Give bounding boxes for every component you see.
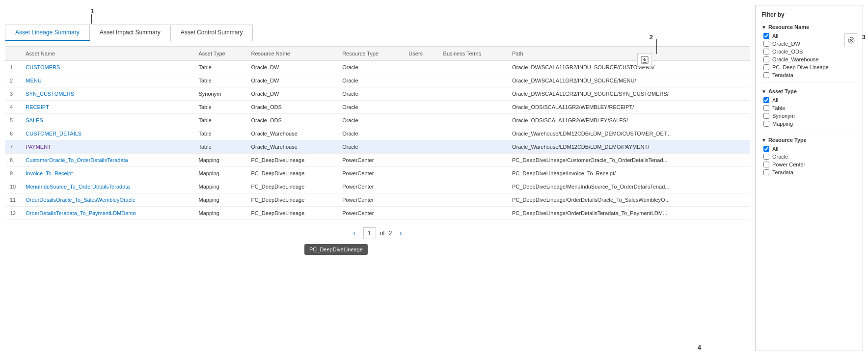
asset-name-link[interactable]: SYN_CUSTOMERS <box>26 91 74 97</box>
asset-name-link[interactable]: MENU <box>26 78 41 83</box>
asset-type-cell: Table <box>193 140 246 154</box>
asset-type-cell: Mapping <box>193 154 246 167</box>
asset-type-cell: Synonym <box>193 87 246 101</box>
tab-lineage-summary[interactable]: Asset Lineage Summary <box>5 25 90 41</box>
resource-name-cell: Oracle_DW <box>246 87 337 101</box>
asset-name-cell: RECEIPT <box>21 101 193 114</box>
filter-item-0-2: Oracle_ODS <box>761 49 857 55</box>
path-cell: PC_DeepDiveLineage/MenuInduSource_To_Ord… <box>507 180 750 193</box>
asset-name-link[interactable]: OrderDetailsTeradata_To_PaymentLDMDemo <box>26 210 136 216</box>
annotation-2: 2 <box>650 33 653 41</box>
total-pages: 2 <box>389 230 392 237</box>
filter-checkbox-1-1[interactable] <box>763 105 769 111</box>
filter-label-0-4: PC_Deep Dive Lineage <box>772 64 829 70</box>
filter-label-2-1: Oracle <box>772 154 788 160</box>
filter-item-0-0: All <box>761 33 857 39</box>
asset-name-link[interactable]: OrderDetailsOracle_To_SalesWembleyOracle <box>26 197 136 203</box>
filter-checkbox-0-3[interactable] <box>763 56 769 62</box>
terms-cell <box>438 140 507 154</box>
chevron-icon: ▼ <box>761 89 766 94</box>
resource-name-cell: PC_DeepDiveLineage <box>246 180 337 193</box>
filter-checkbox-1-2[interactable] <box>763 113 769 119</box>
resource-type-cell: PowerCenter <box>337 167 404 180</box>
asset-type-cell: Table <box>193 101 246 114</box>
asset-type-cell: Table <box>193 74 246 87</box>
filter-item-2-0: All <box>761 146 857 152</box>
tab-impact-summary[interactable]: Asset Impact Summary <box>90 25 171 41</box>
tab-control-summary[interactable]: Asset Control Summary <box>171 25 253 41</box>
users-cell <box>404 74 438 87</box>
terms-cell <box>438 193 507 207</box>
filter-label-0-2: Oracle_ODS <box>772 49 803 55</box>
terms-cell <box>438 87 507 101</box>
asset-name-link[interactable]: MenuInduSource_To_OrderDetailsTeradata <box>26 184 130 190</box>
filter-checkbox-0-5[interactable] <box>763 72 769 78</box>
filter-item-2-2: Power Center <box>761 162 857 167</box>
asset-name-link[interactable]: Invoice_To_Receipt <box>26 170 73 176</box>
users-cell <box>404 101 438 114</box>
path-cell: PC_DeepDiveLineage/Invoice_To_Receipt/ <box>507 167 750 180</box>
filter-item-2-1: Oracle <box>761 154 857 160</box>
asset-name-link[interactable]: RECEIPT <box>26 104 49 110</box>
col-path: Path <box>507 47 750 61</box>
col-users: Users <box>404 47 438 61</box>
filter-checkbox-1-0[interactable] <box>763 97 769 103</box>
resource-type-cell: Oracle <box>337 101 404 114</box>
asset-name-cell: OrderDetailsTeradata_To_PaymentLDMDemo <box>21 207 193 220</box>
next-page-button[interactable]: › <box>396 228 406 238</box>
asset-name-link[interactable]: CUSTOMERS <box>26 64 60 70</box>
users-cell <box>404 193 438 207</box>
table-row: 4 RECEIPT Table Oracle_ODS Oracle Oracle… <box>5 101 750 114</box>
row-num: 3 <box>5 87 21 101</box>
row-num: 7 <box>5 140 21 154</box>
users-cell <box>404 167 438 180</box>
filter-label-0-3: Oracle_Warehouse <box>772 56 818 62</box>
filter-checkbox-0-4[interactable] <box>763 64 769 70</box>
current-page[interactable]: 1 <box>363 227 376 239</box>
resource-type-cell: PowerCenter <box>337 180 404 193</box>
filter-label-2-0: All <box>772 146 778 152</box>
close-button[interactable] <box>844 33 858 47</box>
asset-name-link[interactable]: CUSTOMER_DETAILS <box>26 131 81 137</box>
asset-type-cell: Mapping <box>193 193 246 207</box>
resource-type-cell: Oracle <box>337 114 404 127</box>
asset-name-link[interactable]: CustomerOracle_To_OrderDetailsTeradata <box>26 157 128 163</box>
filter-checkbox-0-0[interactable] <box>763 33 769 39</box>
filter-label-0-5: Teradata <box>772 72 793 78</box>
filter-checkbox-0-2[interactable] <box>763 49 769 55</box>
tooltip: PC_DeepDiveLineage <box>304 244 368 255</box>
annotation-3: 3 <box>862 33 866 41</box>
filter-checkbox-2-3[interactable] <box>763 169 769 175</box>
filter-checkbox-0-1[interactable] <box>763 41 769 47</box>
asset-type-cell: Table <box>193 61 246 74</box>
filter-checkbox-2-2[interactable] <box>763 162 769 167</box>
asset-name-link[interactable]: PAYMENT <box>26 144 51 150</box>
filter-item-1-2: Synonym <box>761 113 857 119</box>
filter-section-title-1: ▼ Asset Type <box>761 88 857 94</box>
users-cell <box>404 127 438 140</box>
filter-checkbox-2-1[interactable] <box>763 154 769 160</box>
filter-label-0-1: Oracle_DW <box>772 41 800 47</box>
resource-type-cell: Oracle <box>337 127 404 140</box>
asset-name-link[interactable]: SALES <box>26 117 43 123</box>
asset-type-cell: Mapping <box>193 207 246 220</box>
users-cell <box>404 61 438 74</box>
filter-item-0-5: Teradata <box>761 72 857 78</box>
terms-cell <box>438 167 507 180</box>
resource-name-cell: Oracle_DW <box>246 61 337 74</box>
prev-page-button[interactable]: ‹ <box>350 228 359 238</box>
chevron-icon: ▼ <box>761 25 766 30</box>
resource-name-cell: PC_DeepDiveLineage <box>246 193 337 207</box>
users-cell <box>404 180 438 193</box>
asset-name-cell: OrderDetailsOracle_To_SalesWembleyOracle <box>21 193 193 207</box>
row-num: 11 <box>5 193 21 207</box>
annotation-1-line <box>91 14 92 24</box>
export-button[interactable] <box>637 53 652 67</box>
resource-type-cell: Oracle <box>337 61 404 74</box>
path-cell: Oracle_Warehouse/LDM12CDB/LDM_DEMO/PAYME… <box>507 140 750 154</box>
filter-section-title-2: ▼ Resource Type <box>761 137 857 143</box>
asset-table: Asset Name Asset Type Resource Name Reso… <box>5 46 750 220</box>
filter-label-2-2: Power Center <box>772 162 805 167</box>
filter-checkbox-2-0[interactable] <box>763 146 769 152</box>
filter-checkbox-1-3[interactable] <box>763 121 769 127</box>
